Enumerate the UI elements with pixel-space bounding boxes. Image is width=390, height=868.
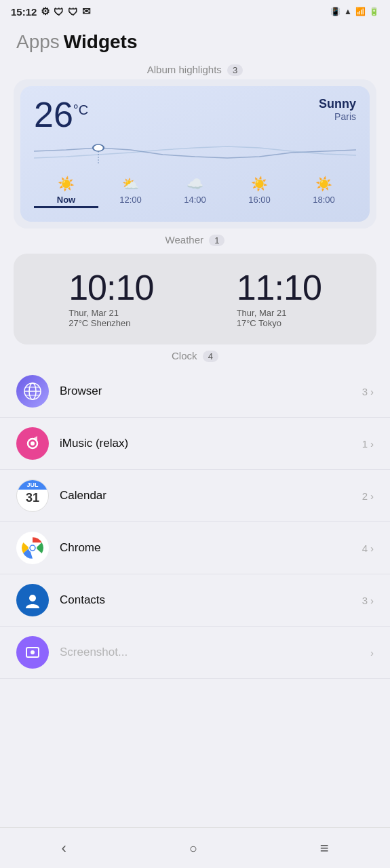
weather-time-now: ☀️ Now (34, 176, 98, 208)
imusic-icon (16, 427, 49, 460)
svg-point-15 (31, 650, 35, 654)
imusic-name: iMusic (relax) (60, 437, 362, 450)
home-button[interactable]: ○ (176, 833, 211, 864)
svg-point-12 (31, 546, 35, 550)
calendar-name: Calendar (60, 489, 362, 502)
chrome-count: 4 (362, 542, 368, 554)
sun-icon: ☀️ (58, 176, 75, 192)
calendar-count: 2 (362, 490, 368, 502)
clock-widget[interactable]: 10:10 Thur, Mar 21 27°C Shenzhen 11:10 T… (14, 254, 376, 344)
weather-condition: Sunny (319, 97, 356, 111)
contacts-count: 3 (362, 595, 368, 606)
clock-time-tokyo: 11:10 (237, 270, 321, 305)
sun-icon-3: ☀️ (315, 176, 332, 192)
menu-button[interactable]: ≡ (307, 833, 343, 864)
chevron-right-icon-3: › (370, 490, 374, 502)
clock-widget-wrapper: 10:10 Thur, Mar 21 27°C Shenzhen 11:10 T… (0, 254, 390, 344)
status-bar: 15:12 ⚙ 🛡 🛡 ✉ 📳 ▲ 📶 🔋 (0, 0, 390, 20)
list-item-browser[interactable]: Browser 3 › (0, 366, 390, 418)
signal-icon: 📶 (355, 7, 366, 16)
status-left: 15:12 ⚙ 🛡 🛡 ✉ (11, 5, 91, 18)
album-highlights-label: Album highlights 3 (0, 64, 390, 75)
clock-date-shenzhen: Thur, Mar 21 (69, 308, 119, 318)
clock-section-label: Clock 4 (0, 350, 390, 361)
weather-widget[interactable]: 26°C Sunny Paris ☀️ Now ⛅ 12:00 ☁ (20, 86, 370, 222)
battery-icon: 🔋 (369, 7, 379, 16)
list-item-chrome[interactable]: Chrome 4 › (0, 522, 390, 574)
chrome-name: Chrome (60, 541, 362, 555)
clock-tokyo: 11:10 Thur, Mar 21 17°C Tokyo (237, 270, 321, 328)
home-icon: ○ (189, 841, 197, 856)
weather-chart (34, 138, 356, 165)
screenshot-name: Screenshot... (60, 646, 368, 659)
contacts-icon (16, 584, 49, 616)
contacts-name: Contacts (60, 593, 362, 607)
weather-city: Paris (319, 111, 356, 122)
weather-time-18: ☀️ 18:00 (292, 176, 356, 208)
list-item-screenshot[interactable]: Screenshot... › (0, 627, 390, 679)
weather-times: ☀️ Now ⛅ 12:00 ☁️ 14:00 ☀️ 16:00 ☀️ 18:0… (34, 176, 356, 208)
imusic-count: 1 (362, 438, 368, 450)
chevron-right-icon: › (370, 386, 374, 397)
weather-section-label: Weather 1 (0, 234, 390, 245)
clock-shenzhen: 10:10 Thur, Mar 21 27°C Shenzhen (69, 270, 153, 328)
weather-time-14: ☁️ 14:00 (163, 176, 227, 208)
chrome-icon (16, 532, 49, 564)
clock-time-shenzhen: 10:10 (69, 270, 153, 305)
status-time: 15:12 (11, 6, 37, 18)
menu-icon: ≡ (320, 840, 329, 856)
screenshot-icon (16, 636, 49, 669)
heart-icon: 🛡 (68, 6, 78, 18)
app-list: Browser 3 › iMusic (relax) 1 › JUL 31 Ca… (0, 366, 390, 679)
cloudy-icon: ☁️ (187, 176, 203, 192)
list-item-contacts[interactable]: Contacts 3 › (0, 574, 390, 627)
vibrate-icon: 📳 (330, 7, 340, 16)
bottom-nav: ‹ ○ ≡ (0, 827, 390, 868)
chevron-right-icon-6: › (370, 647, 374, 658)
partly-cloudy-icon: ⛅ (122, 176, 139, 192)
sun-icon-2: ☀️ (251, 176, 268, 192)
header: AppsWidgets (0, 20, 390, 58)
weather-temperature: 26°C (34, 97, 88, 132)
browser-count: 3 (362, 386, 368, 397)
clock-date-tokyo: Thur, Mar 21 (237, 308, 287, 318)
shield-icon: 🛡 (54, 6, 64, 18)
clock-info-tokyo: 17°C Tokyo (237, 318, 281, 328)
weather-widget-container: 26°C Sunny Paris ☀️ Now ⛅ 12:00 ☁ (14, 79, 376, 229)
list-item-imusic[interactable]: iMusic (relax) 1 › (0, 418, 390, 470)
svg-point-8 (31, 441, 35, 446)
clock-info-shenzhen: 27°C Shenzhen (69, 318, 130, 328)
browser-icon (16, 375, 49, 408)
gear-icon: ⚙ (41, 5, 50, 18)
widgets-label: Widgets (64, 31, 138, 52)
page-title: AppsWidgets (16, 31, 374, 53)
weather-time-12: ⛅ 12:00 (98, 176, 163, 208)
list-item-calendar[interactable]: JUL 31 Calendar 2 › (0, 470, 390, 522)
status-right: 📳 ▲ 📶 🔋 (330, 7, 379, 16)
wifi-icon: ▲ (344, 7, 352, 16)
chevron-right-icon-2: › (370, 438, 374, 450)
svg-point-13 (29, 595, 36, 601)
back-icon: ‹ (61, 840, 66, 856)
browser-name: Browser (60, 384, 362, 398)
mail-icon: ✉ (82, 5, 91, 18)
chevron-right-icon-4: › (370, 542, 374, 554)
back-button[interactable]: ‹ (47, 833, 79, 864)
calendar-icon: JUL 31 (16, 479, 49, 512)
weather-right: Sunny Paris (319, 97, 356, 122)
weather-top: 26°C Sunny Paris (34, 97, 356, 132)
svg-point-0 (93, 144, 104, 151)
apps-label: Apps (16, 31, 60, 52)
chevron-right-icon-5: › (370, 595, 374, 606)
weather-time-16: ☀️ 16:00 (227, 176, 292, 208)
